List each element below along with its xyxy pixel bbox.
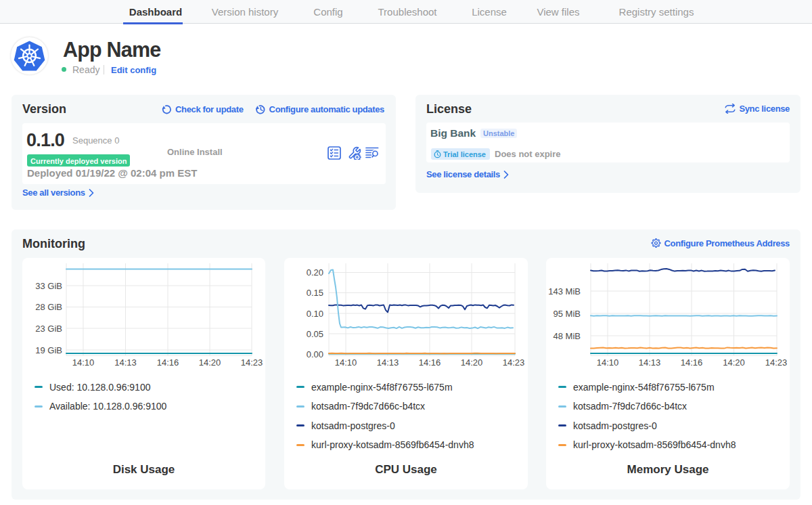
- svg-text:19 GiB: 19 GiB: [35, 345, 62, 355]
- svg-text:48 MiB: 48 MiB: [554, 331, 581, 341]
- svg-text:14:13: 14:13: [377, 357, 399, 368]
- svg-text:14:20: 14:20: [199, 357, 221, 368]
- svg-text:0.15: 0.15: [307, 288, 323, 298]
- svg-text:14:16: 14:16: [681, 357, 703, 368]
- svg-text:14:23: 14:23: [241, 357, 263, 368]
- svg-text:14:16: 14:16: [419, 357, 441, 368]
- svg-text:33 GiB: 33 GiB: [35, 281, 62, 291]
- svg-text:143 MiB: 143 MiB: [548, 286, 581, 297]
- svg-text:0.20: 0.20: [307, 267, 323, 278]
- svg-text:14:23: 14:23: [503, 357, 525, 368]
- svg-text:14:13: 14:13: [114, 357, 137, 368]
- svg-text:0.05: 0.05: [307, 329, 323, 339]
- svg-text:14:16: 14:16: [157, 357, 179, 368]
- svg-text:14:13: 14:13: [639, 357, 661, 368]
- svg-text:28 GiB: 28 GiB: [35, 302, 62, 312]
- svg-text:23 GiB: 23 GiB: [35, 324, 62, 334]
- svg-text:95 MiB: 95 MiB: [554, 309, 581, 319]
- svg-text:14:20: 14:20: [461, 357, 483, 368]
- svg-text:14:23: 14:23: [765, 357, 788, 368]
- svg-text:14:10: 14:10: [335, 357, 357, 368]
- svg-text:0.00: 0.00: [307, 349, 323, 359]
- svg-text:14:20: 14:20: [723, 357, 745, 368]
- svg-text:0.10: 0.10: [307, 309, 323, 319]
- svg-text:14:10: 14:10: [72, 357, 95, 368]
- svg-text:14:10: 14:10: [597, 357, 619, 368]
